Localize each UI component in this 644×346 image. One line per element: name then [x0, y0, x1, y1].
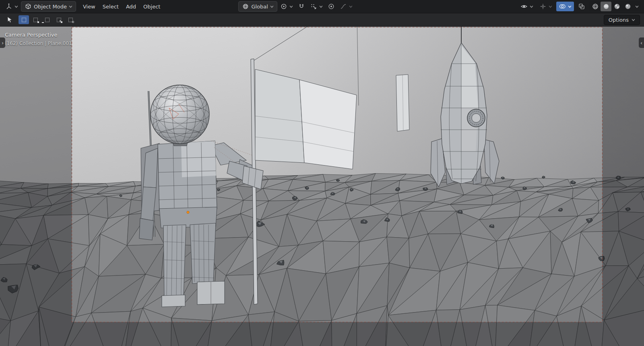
- header-center: Global: [238, 1, 354, 12]
- orientation-label: Global: [251, 4, 268, 9]
- pivot-point-button[interactable]: [278, 2, 295, 11]
- chevron-down-icon: [349, 5, 353, 8]
- select-extend-icon: [33, 18, 38, 22]
- shading-material-button[interactable]: [611, 2, 622, 11]
- gizmos-icon: [539, 3, 547, 10]
- overlays-icon: [559, 3, 566, 10]
- shading-material-icon: [613, 3, 621, 10]
- transform-orientation-button[interactable]: Global: [238, 1, 277, 12]
- select-subtract-icon: [45, 18, 50, 22]
- xray-icon: [578, 3, 585, 10]
- chevron-down-icon: [69, 5, 72, 8]
- viewport-header: Object Mode View Select Add Object Globa…: [0, 0, 644, 13]
- menu-view[interactable]: View: [79, 2, 99, 12]
- show-gizmos-button[interactable]: [537, 2, 554, 11]
- tool-left-group: [4, 15, 76, 25]
- select-mode-new-button[interactable]: [19, 15, 29, 24]
- active-tool-button[interactable]: [4, 15, 15, 25]
- select-mode-intersect-button[interactable]: [65, 15, 76, 24]
- shading-wireframe-button[interactable]: [590, 2, 601, 11]
- falloff-curve-icon: [340, 3, 347, 10]
- chevron-down-icon: [549, 5, 552, 8]
- shading-rendered-icon: [624, 3, 632, 10]
- snap-settings-button[interactable]: [308, 2, 325, 11]
- editor-type-button[interactable]: [3, 2, 20, 11]
- chevron-down-icon: [635, 5, 639, 8]
- shading-solid-icon: [603, 3, 610, 10]
- viewport-3d[interactable]: [0, 0, 644, 346]
- lunar-terrain-mesh[interactable]: [0, 174, 644, 346]
- chevron-down-icon: [14, 5, 18, 8]
- chevron-down-icon: [289, 5, 293, 8]
- options-button[interactable]: Options: [604, 15, 640, 25]
- shading-rendered-button[interactable]: [622, 2, 633, 11]
- mode-label: Object Mode: [34, 4, 67, 9]
- snap-toggle-button[interactable]: [296, 2, 307, 11]
- proportional-editing-button[interactable]: [326, 2, 337, 11]
- menu-add[interactable]: Add: [122, 2, 140, 12]
- header-left: Object Mode View Select Add Object: [3, 1, 164, 12]
- select-mode-group: [19, 15, 76, 24]
- chevron-down-icon: [530, 5, 533, 8]
- shading-dropdown-button[interactable]: [633, 2, 640, 11]
- chevron-down-icon: [632, 19, 635, 21]
- proportional-circle-icon: [328, 3, 335, 10]
- mode-select-button[interactable]: Object Mode: [21, 1, 76, 12]
- menu-object[interactable]: Object: [140, 2, 164, 12]
- select-mode-invert-button[interactable]: [54, 15, 64, 24]
- toggle-xray-button[interactable]: [576, 2, 587, 11]
- visibility-eye-icon: [520, 3, 528, 10]
- show-overlays-button[interactable]: [556, 2, 574, 11]
- object-visibility-button[interactable]: [518, 2, 535, 11]
- magnet-icon: [298, 3, 305, 10]
- select-set-icon: [22, 18, 26, 22]
- pivot-point-icon: [280, 3, 287, 10]
- editor-type-icon: [5, 3, 12, 10]
- helmet-sphere: [151, 85, 209, 144]
- select-cursor-icon: [6, 16, 13, 23]
- shading-solid-button[interactable]: [601, 2, 611, 11]
- floating-plane-object[interactable]: [396, 75, 409, 131]
- header-right: [518, 1, 641, 12]
- chevron-down-icon: [319, 5, 323, 8]
- options-label: Options: [609, 17, 629, 23]
- toolbar-expand-tab[interactable]: ›: [0, 37, 5, 48]
- orientation-global-icon: [242, 3, 249, 10]
- shading-wireframe-icon: [592, 3, 599, 10]
- select-invert-icon: [57, 18, 61, 22]
- object-origin-dot: [187, 211, 189, 213]
- select-mode-extend-button[interactable]: [30, 15, 41, 24]
- select-mode-subtract-button[interactable]: [42, 15, 52, 24]
- proportional-falloff-button[interactable]: [338, 2, 355, 11]
- menu-bar: View Select Add Object: [79, 2, 164, 12]
- object-mode-icon: [25, 3, 32, 10]
- menu-select[interactable]: Select: [99, 2, 122, 12]
- viewport-shading-segment: [589, 1, 641, 12]
- sidebar-expand-tab[interactable]: ‹: [639, 37, 644, 48]
- snap-increment-icon: [310, 3, 317, 10]
- chevron-down-icon: [270, 5, 274, 8]
- chevron-down-icon: [568, 5, 572, 8]
- tool-settings-bar: Options: [0, 13, 644, 27]
